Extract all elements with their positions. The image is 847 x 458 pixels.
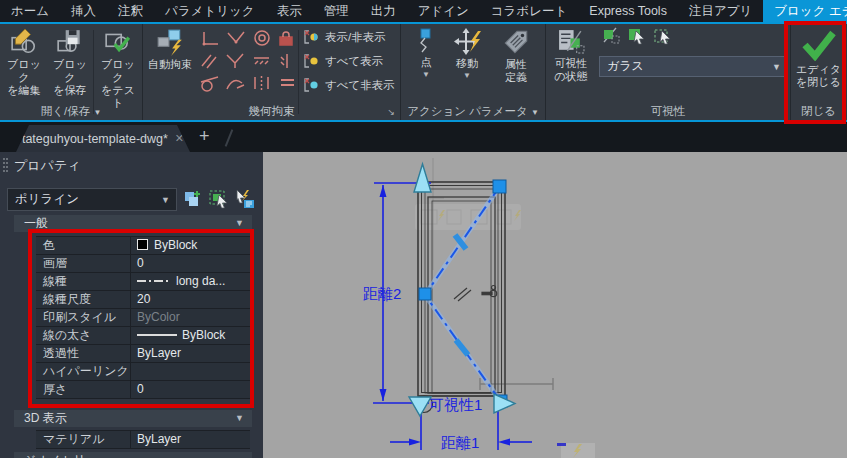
tab-output[interactable]: 出力 bbox=[360, 0, 407, 22]
save-block-button[interactable]: ブロック を保存 bbox=[48, 28, 92, 97]
constraint-show-hide-button[interactable]: 表示/非表示 bbox=[303, 29, 386, 45]
arrow-grip-top bbox=[414, 164, 431, 192]
panel-label-action-parameters[interactable]: アクション パラメータ ▼ bbox=[401, 104, 545, 119]
chevron-down-icon: ▼ bbox=[235, 410, 244, 427]
visibility-states-icon bbox=[557, 28, 585, 55]
visibility-states-button[interactable]: 可視性 の状態 bbox=[548, 28, 594, 83]
make-visible-icon[interactable] bbox=[601, 27, 621, 45]
tab-view[interactable]: 表示 bbox=[266, 0, 313, 22]
section-geometry[interactable]: ジオメトリ bbox=[14, 452, 252, 458]
distance2-label[interactable]: 距離2 bbox=[363, 285, 401, 302]
tab-home[interactable]: ホーム bbox=[0, 0, 60, 22]
ghost-icon-bottom bbox=[557, 443, 595, 458]
grip-middle-left bbox=[419, 288, 431, 300]
constraint-tangent2-icon bbox=[227, 54, 243, 68]
quick-select-icon bbox=[183, 189, 203, 209]
property-grid-3d: マテリアル ByLayer bbox=[36, 430, 250, 449]
constraint-vertical-icon bbox=[281, 54, 287, 68]
select-objects-icon bbox=[209, 189, 229, 209]
constraint-bar-on-icon bbox=[303, 53, 320, 69]
chevron-down-icon: ▼ bbox=[93, 108, 101, 117]
new-file-tab-button[interactable]: + bbox=[199, 126, 210, 147]
block-editor-drawing: 距離2 距離1 可視性1 bbox=[263, 152, 847, 458]
palette-grip-handle[interactable] bbox=[3, 158, 8, 172]
tab-featured-apps[interactable]: 注目アプリ bbox=[678, 0, 763, 22]
constraint-perpendicular-icon bbox=[203, 32, 219, 46]
panel-visibility: 可視性 の状態 ガラス ▼ bbox=[546, 24, 790, 120]
constraint-symmetric-icon bbox=[255, 76, 268, 90]
chevron-down-icon: ▼ bbox=[531, 108, 539, 117]
palette-title: プロパティ bbox=[14, 157, 81, 175]
panel-label-geometric: 幾何拘束 bbox=[143, 104, 400, 119]
edit-block-icon bbox=[10, 28, 38, 56]
file-tab-bar: tateguhyou-template-dwg* ✕ + bbox=[0, 122, 847, 152]
attribute-definition-icon bbox=[502, 28, 530, 56]
constraint-grid[interactable] bbox=[199, 30, 295, 96]
tab-parametric[interactable]: パラメトリック bbox=[154, 0, 266, 22]
chevron-down-icon: ▼ bbox=[772, 62, 781, 72]
chevron-down-icon: ▼ bbox=[463, 71, 471, 80]
tab-block-editor[interactable]: ブロック エディタ bbox=[763, 0, 847, 22]
drawing-canvas[interactable]: 距離2 距離1 可視性1 bbox=[263, 152, 847, 458]
panel-label-visibility: 可視性 bbox=[546, 104, 790, 119]
constraint-concentric-icon bbox=[255, 31, 269, 45]
arrow-grip-bottom-left bbox=[409, 397, 431, 416]
tab-express-tools[interactable]: Express Tools bbox=[578, 0, 678, 22]
test-block-icon bbox=[104, 28, 132, 56]
test-block-button[interactable]: ブロック をテスト bbox=[96, 28, 140, 110]
attribute-definition-button[interactable]: 属性 定義 bbox=[493, 28, 539, 84]
distance1-label[interactable]: 距離1 bbox=[441, 434, 479, 451]
constraint-bar-off-icon bbox=[303, 77, 320, 93]
chevron-down-icon: ▼ bbox=[422, 70, 430, 79]
constraint-coincident-icon bbox=[228, 32, 244, 44]
constraint-tangent-icon bbox=[201, 77, 218, 91]
section-3d-display[interactable]: 3D 表示 ▼ bbox=[14, 410, 252, 427]
toggle-pickadd-button[interactable] bbox=[234, 188, 256, 210]
file-tab-close-icon[interactable]: ✕ bbox=[175, 132, 184, 145]
tab-collaborate[interactable]: コラボレート bbox=[480, 0, 578, 22]
visibility-state-combobox[interactable]: ガラス ▼ bbox=[599, 56, 787, 77]
chevron-down-icon: ▼ bbox=[161, 195, 170, 205]
tab-manage[interactable]: 管理 bbox=[313, 0, 360, 22]
make-invisible-icon[interactable] bbox=[627, 27, 647, 45]
constraint-show-all-button[interactable]: すべて表示 bbox=[303, 53, 383, 69]
select-objects-button[interactable] bbox=[208, 188, 230, 210]
toggle-pickadd-icon bbox=[235, 189, 255, 209]
tab-addins[interactable]: アドイン bbox=[407, 0, 480, 22]
move-action-button[interactable]: 移動 ▼ bbox=[447, 28, 487, 80]
move-action-icon bbox=[454, 28, 481, 55]
property-row-material[interactable]: マテリアル ByLayer bbox=[36, 431, 250, 449]
panel-action-parameters: 点 ▼ 移動 ▼ bbox=[401, 24, 545, 120]
panel-label-open-save[interactable]: 開く/保存 ▼ bbox=[0, 104, 142, 119]
constraint-horizontal-icon bbox=[254, 58, 269, 64]
quick-select-button[interactable] bbox=[182, 188, 204, 210]
autocad-block-editor-window: ホーム 挿入 注釈 パラメトリック 表示 管理 出力 アドイン コラボレート E… bbox=[0, 0, 847, 458]
constraint-hide-all-button[interactable]: すべて非表示 bbox=[303, 77, 395, 93]
constraint-equal-icon bbox=[281, 80, 294, 85]
visibility-mode-icon[interactable] bbox=[653, 27, 673, 45]
constraint-smooth-icon bbox=[227, 81, 244, 89]
auto-constrain-icon bbox=[156, 28, 184, 56]
grip-top-right bbox=[493, 180, 506, 193]
save-block-icon bbox=[56, 28, 84, 56]
tab-annotate[interactable]: 注釈 bbox=[107, 0, 154, 22]
auto-constrain-button[interactable]: 自動拘束 bbox=[144, 28, 196, 71]
constraint-fix-lock-icon bbox=[280, 32, 292, 45]
annotation-box-properties bbox=[28, 229, 254, 408]
edit-block-button[interactable]: ブロック を編集 bbox=[2, 28, 46, 97]
object-type-selector[interactable]: ポリライン ▼ bbox=[7, 188, 177, 211]
file-tab-active[interactable]: tateguhyou-template-dwg* ✕ bbox=[16, 125, 190, 152]
panel-open-save: ブロック を編集 ブロック を保存 ブロック をテ bbox=[0, 24, 142, 120]
constraint-parallel-icon bbox=[202, 55, 216, 68]
point-parameter-button[interactable]: 点 ▼ bbox=[409, 28, 443, 79]
tab-insert[interactable]: 挿入 bbox=[60, 0, 107, 22]
point-parameter-icon bbox=[413, 28, 439, 54]
file-tab-divider bbox=[225, 129, 233, 146]
glass-marks bbox=[454, 288, 471, 301]
ribbon: ブロック を編集 ブロック を保存 ブロック をテ bbox=[0, 22, 847, 122]
annotation-box-close-editor bbox=[784, 21, 846, 124]
panel-geometric-constraints: 自動拘束 bbox=[143, 24, 400, 120]
visibility1-label[interactable]: 可視性1 bbox=[429, 396, 482, 413]
ribbon-tab-bar: ホーム 挿入 注釈 パラメトリック 表示 管理 出力 アドイン コラボレート E… bbox=[0, 0, 847, 22]
constraint-bar-half-icon bbox=[303, 29, 320, 45]
